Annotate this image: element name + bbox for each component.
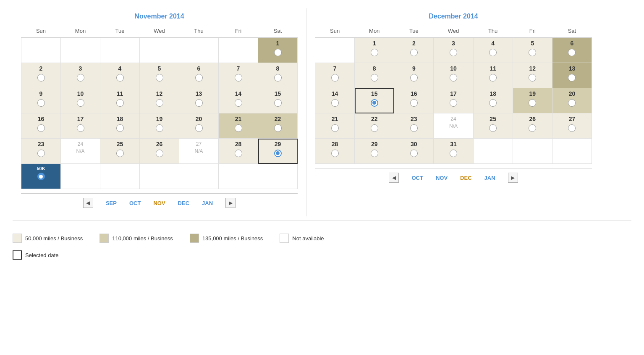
nav-month-nov[interactable]: NOV: [153, 200, 165, 206]
table-cell[interactable]: 6: [179, 63, 219, 88]
table-cell[interactable]: 17: [61, 113, 100, 139]
table-cell[interactable]: 9: [394, 63, 434, 88]
radio-button[interactable]: [116, 99, 124, 107]
table-cell[interactable]: 26: [140, 139, 179, 164]
radio-button[interactable]: [37, 150, 45, 157]
table-cell[interactable]: 29: [355, 139, 394, 164]
table-cell[interactable]: 2: [394, 38, 434, 63]
table-cell[interactable]: 3: [61, 63, 100, 88]
nav-month-dec[interactable]: DEC: [460, 175, 471, 181]
table-cell[interactable]: 4: [100, 63, 140, 88]
table-cell[interactable]: 19: [140, 113, 179, 139]
table-cell[interactable]: 25: [100, 139, 140, 164]
nav-prev-arrow[interactable]: ◀: [389, 173, 399, 183]
nav-month-oct[interactable]: OCT: [411, 175, 423, 181]
table-cell[interactable]: 17: [434, 88, 473, 113]
table-cell[interactable]: 13: [179, 88, 219, 113]
radio-button[interactable]: [235, 99, 242, 107]
table-cell[interactable]: 3: [434, 38, 473, 63]
nav-month-nov[interactable]: NOV: [436, 175, 448, 181]
radio-button[interactable]: [156, 150, 163, 157]
radio-button[interactable]: [37, 74, 45, 82]
radio-button[interactable]: [274, 124, 282, 132]
table-cell[interactable]: 23: [394, 113, 434, 139]
radio-button[interactable]: [450, 74, 457, 82]
radio-button[interactable]: [489, 99, 497, 107]
radio-button[interactable]: [450, 150, 457, 157]
table-cell[interactable]: 18: [100, 113, 140, 139]
radio-button[interactable]: [37, 99, 45, 107]
radio-button[interactable]: [371, 124, 378, 132]
table-cell[interactable]: 28: [219, 139, 258, 164]
radio-button[interactable]: [489, 74, 497, 82]
radio-button[interactable]: [77, 99, 84, 107]
table-cell[interactable]: 7: [219, 63, 258, 88]
radio-button[interactable]: [235, 124, 242, 132]
radio-button[interactable]: [568, 99, 576, 107]
radio-button[interactable]: [450, 99, 457, 107]
radio-button[interactable]: [410, 124, 418, 132]
radio-button[interactable]: [116, 74, 124, 82]
nav-prev-arrow[interactable]: ◀: [83, 198, 93, 208]
radio-button[interactable]: [77, 124, 84, 132]
table-cell[interactable]: 28: [315, 139, 355, 164]
table-cell[interactable]: 8: [258, 63, 298, 88]
radio-button[interactable]: [410, 99, 418, 107]
table-cell[interactable]: 21: [219, 113, 258, 139]
table-cell[interactable]: 9: [21, 88, 61, 113]
table-cell[interactable]: 25: [473, 113, 513, 139]
radio-button[interactable]: [410, 74, 418, 82]
radio-button[interactable]: [489, 49, 497, 56]
radio-button[interactable]: [195, 99, 203, 107]
radio-button[interactable]: [371, 150, 378, 157]
table-cell[interactable]: 11: [473, 63, 513, 88]
radio-button[interactable]: [529, 99, 536, 107]
radio-button[interactable]: [529, 74, 536, 82]
table-cell[interactable]: 2: [21, 63, 61, 88]
table-cell[interactable]: 29: [258, 139, 298, 164]
radio-button[interactable]: [331, 99, 339, 107]
table-cell[interactable]: 27: [552, 113, 592, 139]
radio-button[interactable]: [568, 49, 576, 56]
radio-button[interactable]: [568, 74, 576, 82]
table-cell[interactable]: 20: [179, 113, 219, 139]
radio-button[interactable]: [568, 124, 576, 132]
radio-button[interactable]: [450, 49, 457, 56]
radio-button[interactable]: [331, 124, 339, 132]
radio-button[interactable]: [37, 173, 45, 180]
radio-button[interactable]: [274, 49, 282, 56]
table-cell[interactable]: 23: [21, 139, 61, 164]
nav-month-dec[interactable]: DEC: [178, 200, 189, 206]
nav-month-oct[interactable]: OCT: [129, 200, 141, 206]
radio-button[interactable]: [371, 99, 378, 107]
table-cell[interactable]: 19: [513, 88, 552, 113]
table-cell[interactable]: 20: [552, 88, 592, 113]
radio-button[interactable]: [235, 74, 242, 82]
table-cell[interactable]: 22: [355, 113, 394, 139]
table-cell[interactable]: 16: [394, 88, 434, 113]
table-cell[interactable]: 6: [552, 38, 592, 63]
table-cell[interactable]: 4: [473, 38, 513, 63]
nav-month-jan[interactable]: JAN: [202, 200, 213, 206]
table-cell[interactable]: 30: [394, 139, 434, 164]
table-cell[interactable]: 14: [219, 88, 258, 113]
radio-button[interactable]: [156, 124, 163, 132]
radio-button[interactable]: [156, 99, 163, 107]
table-cell[interactable]: 14: [315, 88, 355, 113]
radio-button[interactable]: [529, 49, 536, 56]
table-cell[interactable]: 18: [473, 88, 513, 113]
radio-button[interactable]: [331, 150, 339, 157]
table-cell[interactable]: 10: [61, 88, 100, 113]
table-cell[interactable]: 21: [315, 113, 355, 139]
radio-button[interactable]: [195, 74, 203, 82]
table-cell[interactable]: 26: [513, 113, 552, 139]
table-cell[interactable]: 50K: [21, 164, 61, 189]
radio-button[interactable]: [410, 150, 418, 157]
radio-button[interactable]: [116, 124, 124, 132]
radio-button[interactable]: [77, 74, 84, 82]
table-cell[interactable]: 8: [355, 63, 394, 88]
radio-button[interactable]: [116, 150, 124, 157]
table-cell[interactable]: 16: [21, 113, 61, 139]
nav-month-jan[interactable]: JAN: [484, 175, 495, 181]
table-cell[interactable]: 5: [140, 63, 179, 88]
